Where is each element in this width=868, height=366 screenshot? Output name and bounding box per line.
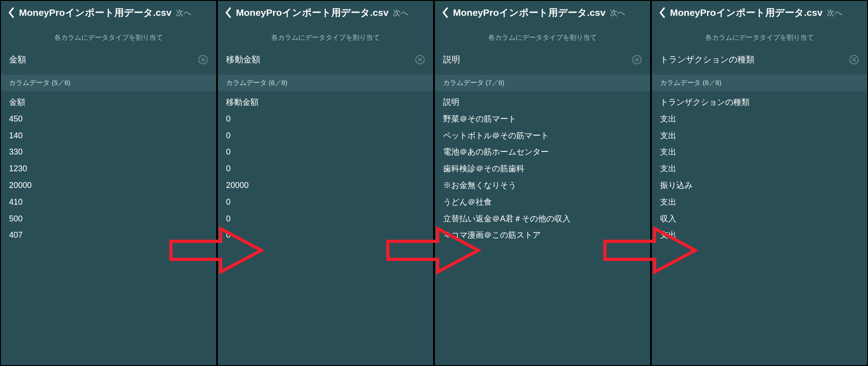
- list-item: 支出: [652, 127, 867, 144]
- list-item: 支出: [652, 111, 867, 127]
- next-button[interactable]: 次へ: [393, 8, 408, 18]
- list-item: 支出: [652, 144, 867, 160]
- back-button[interactable]: [224, 6, 232, 19]
- import-filename-title: MoneyProインポート用データ.csv: [19, 6, 171, 19]
- clear-datatype-button[interactable]: [415, 55, 425, 65]
- panel-header: MoneyProインポート用データ.csv次へ: [218, 1, 433, 25]
- clear-datatype-button[interactable]: [632, 55, 642, 65]
- clear-icon: [849, 55, 859, 65]
- back-button[interactable]: [7, 6, 15, 19]
- list-item: 振り込み: [652, 177, 867, 194]
- list-item: 1230: [1, 160, 216, 177]
- list-item: 野菜＠その筋マート: [435, 111, 650, 127]
- list-item: 説明: [435, 94, 650, 111]
- list-item: 0: [218, 127, 433, 144]
- list-item: 0: [218, 144, 433, 160]
- list-item: 0: [218, 211, 433, 227]
- list-item: 支出: [652, 227, 867, 244]
- list-item: 電池＠あの筋ホームセンター: [435, 144, 650, 160]
- column-data-prefix: カラムデータ: [9, 79, 50, 86]
- chevron-left-icon: [441, 6, 449, 19]
- list-item: 0: [218, 160, 433, 177]
- list-item: 500: [1, 211, 216, 227]
- assign-type-subtitle: 各カラムにデータタイプを割り当て: [218, 25, 433, 51]
- column-data-heading: カラムデータ (5／8): [1, 75, 216, 91]
- column-data-list: トランザクションの種類支出支出支出支出振り込み支出収入支出: [652, 91, 867, 244]
- list-item: 0: [218, 194, 433, 211]
- list-item: 金額: [1, 94, 216, 111]
- chevron-left-icon: [224, 6, 232, 19]
- panel-header: MoneyProインポート用データ.csv次へ: [435, 1, 650, 25]
- clear-datatype-button[interactable]: [198, 55, 208, 65]
- import-filename-title: MoneyProインポート用データ.csv: [453, 6, 605, 19]
- list-item: 407: [1, 227, 216, 244]
- list-item: ペットボトル＠その筋マート: [435, 127, 650, 144]
- back-button[interactable]: [658, 6, 666, 19]
- column-data-heading: カラムデータ (8／8): [652, 75, 867, 91]
- column-data-list: 説明野菜＠その筋マートペットボトル＠その筋マート電池＠あの筋ホームセンター歯科検…: [435, 91, 650, 244]
- list-item: 0: [218, 227, 433, 244]
- chevron-left-icon: [658, 6, 666, 19]
- assign-type-subtitle: 各カラムにデータタイプを割り当て: [1, 25, 216, 51]
- list-item: 支出: [652, 160, 867, 177]
- column-data-prefix: カラムデータ: [660, 79, 701, 86]
- selected-datatype-label: 金額: [9, 54, 198, 66]
- list-item: ４コマ漫画＠この筋ストア: [435, 227, 650, 244]
- import-filename-title: MoneyProインポート用データ.csv: [236, 6, 388, 19]
- list-item: ※お金無くなりそう: [435, 177, 650, 194]
- import-filename-title: MoneyProインポート用データ.csv: [670, 6, 822, 19]
- list-item: うどん＠社食: [435, 194, 650, 211]
- import-column-panel: MoneyProインポート用データ.csv次へ各カラムにデータタイプを割り当て金…: [0, 0, 217, 366]
- import-column-panel: MoneyProインポート用データ.csv次へ各カラムにデータタイプを割り当て移…: [217, 0, 434, 366]
- list-item: 330: [1, 144, 216, 160]
- list-item: 20000: [1, 177, 216, 194]
- column-data-list: 移動金額000020000000: [218, 91, 433, 244]
- list-item: 歯科検診＠その筋歯科: [435, 160, 650, 177]
- column-data-heading: カラムデータ (6／8): [218, 75, 433, 91]
- next-button[interactable]: 次へ: [827, 8, 842, 18]
- clear-datatype-button[interactable]: [849, 55, 859, 65]
- next-button[interactable]: 次へ: [176, 8, 191, 18]
- list-item: 収入: [652, 211, 867, 227]
- list-item: 410: [1, 194, 216, 211]
- datatype-selector-row[interactable]: 金額: [1, 51, 216, 70]
- list-item: トランザクションの種類: [652, 94, 867, 111]
- list-item: 20000: [218, 177, 433, 194]
- column-data-prefix: カラムデータ: [443, 79, 484, 86]
- selected-datatype-label: トランザクションの種類: [660, 54, 849, 66]
- assign-type-subtitle: 各カラムにデータタイプを割り当て: [435, 25, 650, 51]
- column-data-index: 8／8: [705, 79, 719, 86]
- datatype-selector-row[interactable]: 移動金額: [218, 51, 433, 70]
- column-data-index: 6／8: [271, 79, 285, 86]
- assign-type-subtitle: 各カラムにデータタイプを割り当て: [652, 25, 867, 51]
- datatype-selector-row[interactable]: 説明: [435, 51, 650, 70]
- clear-icon: [415, 55, 425, 65]
- import-column-panel: MoneyProインポート用データ.csv次へ各カラムにデータタイプを割り当てト…: [651, 0, 868, 366]
- next-button[interactable]: 次へ: [610, 8, 625, 18]
- selected-datatype-label: 説明: [443, 54, 632, 66]
- back-button[interactable]: [441, 6, 449, 19]
- clear-icon: [198, 55, 208, 65]
- column-data-index: 5／8: [54, 79, 68, 86]
- panel-header: MoneyProインポート用データ.csv次へ: [1, 1, 216, 25]
- panel-header: MoneyProインポート用データ.csv次へ: [652, 1, 867, 25]
- column-data-list: 金額450140330123020000410500407: [1, 91, 216, 244]
- list-item: 支出: [652, 194, 867, 211]
- column-data-heading: カラムデータ (7／8): [435, 75, 650, 91]
- list-item: 0: [218, 111, 433, 127]
- selected-datatype-label: 移動金額: [226, 54, 415, 66]
- datatype-selector-row[interactable]: トランザクションの種類: [652, 51, 867, 70]
- list-item: 移動金額: [218, 94, 433, 111]
- list-item: 立替払い返金＠A君＃その他の収入: [435, 211, 650, 227]
- import-column-panel: MoneyProインポート用データ.csv次へ各カラムにデータタイプを割り当て説…: [434, 0, 651, 366]
- column-data-index: 7／8: [488, 79, 502, 86]
- chevron-left-icon: [7, 6, 15, 19]
- column-data-prefix: カラムデータ: [226, 79, 267, 86]
- list-item: 450: [1, 111, 216, 127]
- list-item: 140: [1, 127, 216, 144]
- clear-icon: [632, 55, 642, 65]
